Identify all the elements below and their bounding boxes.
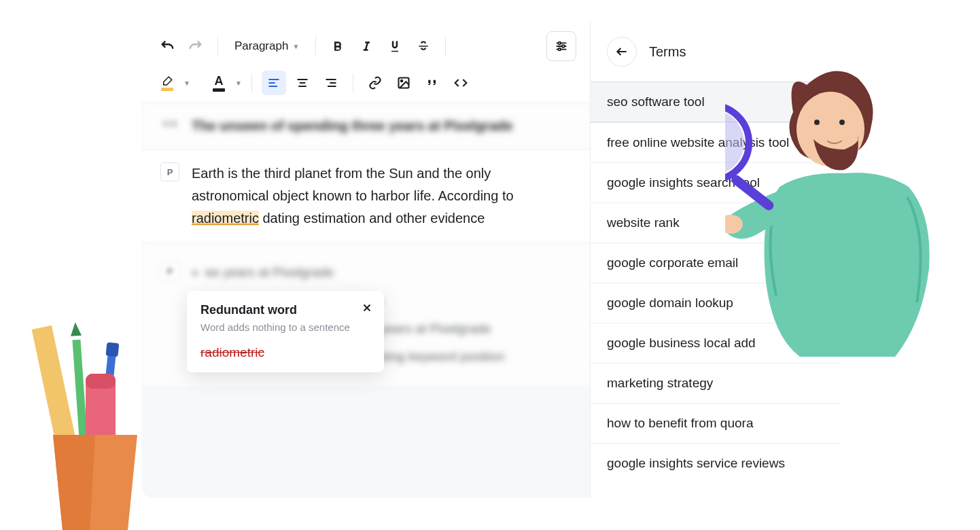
term-item[interactable]: google insights service reviews: [591, 443, 841, 483]
bold-button[interactable]: [326, 34, 350, 58]
style-dropdown[interactable]: Paragraph ▼: [228, 34, 306, 58]
chevron-down-icon: ▼: [292, 43, 299, 50]
link-button[interactable]: [363, 71, 387, 95]
block-tag-p: P: [160, 262, 179, 281]
svg-rect-31: [105, 342, 119, 357]
panel-title: Terms: [649, 44, 686, 60]
heading-block[interactable]: H4 The unseen of spending three years at…: [141, 102, 590, 149]
svg-point-21: [814, 120, 820, 125]
svg-marker-29: [70, 322, 82, 336]
style-dropdown-label: Paragraph: [234, 39, 288, 53]
align-right-button[interactable]: [319, 71, 343, 95]
pencil-cup-illustration: [27, 313, 163, 530]
svg-point-3: [558, 42, 561, 45]
suggestion-subtitle: Word adds nothing to a sentence: [200, 321, 370, 333]
quote-button[interactable]: [420, 71, 444, 95]
settings-button[interactable]: [546, 31, 576, 61]
chevron-down-icon[interactable]: ▼: [235, 80, 242, 87]
close-button[interactable]: [361, 302, 373, 314]
svg-rect-27: [32, 325, 77, 449]
underline-button[interactable]: [383, 34, 407, 58]
person-illustration: [725, 51, 943, 391]
suggestion-popup: Redundant word Word adds nothing to a se…: [187, 291, 384, 372]
chevron-down-icon[interactable]: ▼: [183, 80, 190, 87]
redo-button[interactable]: [183, 34, 208, 58]
block-tag-h4: H4: [160, 115, 179, 134]
svg-point-16: [401, 80, 403, 82]
term-item[interactable]: how to benefit from quora: [591, 403, 841, 443]
highlight-color-button[interactable]: [155, 71, 179, 95]
svg-point-5: [558, 48, 561, 51]
align-center-button[interactable]: [290, 71, 315, 95]
align-left-button[interactable]: [262, 71, 286, 95]
paragraph-text: Earth is the third planet from the Sun a…: [192, 162, 571, 230]
svg-point-22: [839, 120, 845, 125]
heading-text: The unseen of spending three years at Pi…: [192, 115, 512, 137]
editor-pane: Paragraph ▼: [141, 22, 590, 497]
suggestion-title: Redundant word: [200, 303, 370, 317]
paragraph-block[interactable]: P Earth is the third planet from the Sun…: [141, 149, 590, 242]
image-button[interactable]: [391, 71, 416, 95]
toolbar: Paragraph ▼: [141, 22, 590, 102]
text-color-button[interactable]: A: [207, 71, 231, 95]
suggestion-word[interactable]: radiometric: [200, 345, 370, 360]
svg-point-4: [562, 45, 565, 48]
undo-button[interactable]: [155, 34, 179, 58]
highlighted-word[interactable]: radiometric: [192, 211, 259, 226]
code-button[interactable]: [449, 71, 473, 95]
block-tag-p: P: [160, 162, 179, 181]
italic-button[interactable]: [354, 34, 379, 58]
back-button[interactable]: [607, 37, 637, 67]
svg-rect-33: [86, 374, 116, 389]
strikethrough-button[interactable]: [411, 34, 436, 58]
